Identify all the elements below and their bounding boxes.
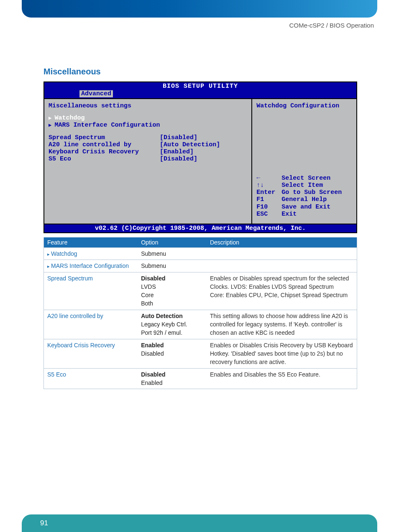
bios-help-action: Exit: [281, 211, 297, 218]
bios-submenu-label: Watchdog: [54, 115, 84, 122]
option-value: Both: [141, 299, 203, 308]
cell-description: Enables and Disables the S5 Eco Feature.: [207, 368, 357, 389]
bios-setting-row[interactable]: Spread Spectrum[Disabled]: [49, 134, 247, 141]
cell-description: [207, 248, 357, 260]
cell-description: [207, 260, 357, 272]
bios-title: BIOS SETUP UTILITY: [44, 82, 356, 90]
bios-help-key: ↑↓: [256, 182, 281, 189]
cell-feature: S5 Eco: [44, 368, 138, 389]
bios-help-row: F1General Help: [256, 196, 352, 203]
feature-link[interactable]: Watchdog: [51, 250, 77, 257]
table-row: ▸WatchdogSubmenu: [44, 248, 357, 260]
bios-help-row: ↑↓Select Item: [256, 182, 352, 189]
option-value: Disabled: [141, 274, 203, 283]
cell-option: Auto DetectionLegacy Keyb Ctrl.Port 92h …: [138, 310, 207, 339]
table-row: A20 line controlled byAuto DetectionLega…: [44, 310, 357, 339]
cell-feature: ▸MARS Interface Configuration: [44, 260, 138, 272]
feature-link[interactable]: S5 Eco: [47, 371, 66, 378]
table-header-row: Feature Option Description: [44, 237, 357, 248]
option-value: Disabled: [141, 349, 203, 358]
bios-setting-label: Spread Spectrum: [49, 134, 160, 141]
bios-setting-label: S5 Eco: [49, 155, 160, 163]
bios-help-key: F10: [256, 204, 281, 211]
bios-setting-label: A20 line controlled by: [49, 141, 160, 148]
cell-feature: ▸Watchdog: [44, 248, 138, 260]
bios-help-row: ESCExit: [256, 211, 352, 218]
option-value: LVDS: [141, 283, 203, 291]
bios-body: Miscellaneous settings ▶ Watchdog▶ MARS …: [44, 98, 356, 224]
description-line: Core: Enables CPU, PCIe, Chipset Spread …: [210, 291, 353, 299]
cell-option: Submenu: [138, 260, 207, 272]
top-banner: [22, 0, 377, 18]
bios-screenshot: BIOS SETUP UTILITY Advanced Miscellaneou…: [43, 81, 357, 233]
bios-footer: v02.62 (C)Copyright 1985-2008, American …: [44, 224, 356, 232]
feature-link[interactable]: A20 line controlled by: [47, 313, 103, 319]
bios-help-row: ←Select Screen: [256, 175, 352, 182]
bios-submenu-item[interactable]: ▶ MARS Interface Configuration: [49, 122, 247, 129]
bios-submenu-list: ▶ Watchdog▶ MARS Interface Configuration: [49, 115, 247, 129]
bios-right-heading: Watchdog Configuration: [256, 102, 352, 109]
cell-option: DisabledEnabled: [138, 368, 207, 389]
cell-option: EnabledDisabled: [138, 339, 207, 368]
feature-link[interactable]: Keyboard Crisis Recovery: [47, 342, 115, 349]
cell-option: Submenu: [138, 248, 207, 260]
bios-tabrow: Advanced: [44, 90, 356, 98]
th-option: Option: [138, 237, 207, 248]
bios-settings-list: Spread Spectrum[Disabled]A20 line contro…: [49, 134, 247, 163]
th-feature: Feature: [44, 237, 138, 248]
bios-setting-row[interactable]: A20 line controlled by[Auto Detection]: [49, 141, 247, 148]
cell-feature: A20 line controlled by: [44, 310, 138, 339]
description-line: This setting allows to choose how addres…: [210, 312, 353, 337]
bios-help-action: General Help: [281, 196, 327, 203]
page-number: 91: [40, 519, 48, 527]
cell-description: Enables or Disables Crisis Recovery by U…: [207, 339, 357, 368]
section-title: Miscellaneous: [43, 67, 357, 76]
option-value: Enabled: [141, 379, 203, 387]
option-value: Core: [141, 291, 203, 299]
bios-setting-value: [Disabled]: [160, 155, 197, 163]
feature-link[interactable]: MARS Interface Configuration: [51, 262, 129, 269]
bios-tab-advanced[interactable]: Advanced: [79, 90, 113, 97]
bios-help-key: F1: [256, 196, 281, 203]
triangle-right-icon: ▶: [49, 115, 54, 121]
caret-right-icon: ▸: [47, 264, 50, 269]
option-value: Legacy Keyb Ctrl.: [141, 320, 203, 328]
bios-setting-row[interactable]: S5 Eco[Disabled]: [49, 155, 247, 163]
bios-help-key: Enter: [256, 189, 281, 196]
table-row: ▸MARS Interface ConfigurationSubmenu: [44, 260, 357, 272]
cell-option: DisabledLVDSCoreBoth: [138, 272, 207, 310]
breadcrumb: COMe-cSP2 / BIOS Operation: [289, 22, 374, 29]
option-value: Auto Detection: [141, 312, 203, 320]
bios-help-action: Select Screen: [281, 175, 330, 182]
bios-help-action: Select Item: [281, 182, 323, 189]
option-value: Submenu: [141, 262, 203, 270]
cell-description: This setting allows to choose how addres…: [207, 310, 357, 339]
bios-setting-value: [Auto Detection]: [160, 141, 220, 148]
bios-help-key: ESC: [256, 211, 281, 218]
cell-feature: Keyboard Crisis Recovery: [44, 339, 138, 368]
page-content: Miscellaneous BIOS SETUP UTILITY Advance…: [43, 67, 357, 389]
cell-description: Enables or Disables spread spectrum for …: [207, 272, 357, 310]
bios-setting-value: [Enabled]: [160, 148, 194, 155]
triangle-right-icon: ▶: [49, 122, 54, 128]
feature-link[interactable]: Spread Spectrum: [47, 275, 93, 282]
table-row: S5 EcoDisabledEnabledEnables and Disable…: [44, 368, 357, 389]
description-line: Enables or Disables spread spectrum for …: [210, 274, 353, 291]
bios-setting-label: Keyboard Crisis Recovery: [49, 148, 160, 155]
bios-help-row: F10Save and Exit: [256, 204, 352, 211]
description-line: Enables or Disables Crisis Recovery by U…: [210, 341, 353, 367]
th-description: Description: [207, 237, 357, 248]
bios-submenu-item[interactable]: ▶ Watchdog: [49, 115, 247, 122]
bios-left-heading: Miscellaneous settings: [49, 102, 247, 109]
option-value: Port 92h / emul.: [141, 328, 203, 337]
bios-left-pane: Miscellaneous settings ▶ Watchdog▶ MARS …: [44, 99, 252, 224]
bios-help-key: ←: [256, 175, 281, 182]
bios-help: ←Select Screen↑↓Select ItemEnterGo to Su…: [256, 175, 352, 218]
page-footer: 91: [22, 514, 377, 532]
bios-help-action: Go to Sub Screen: [281, 189, 342, 196]
option-value: Disabled: [141, 370, 203, 379]
bios-setting-value: [Disabled]: [160, 134, 197, 141]
bios-help-action: Save and Exit: [281, 204, 330, 211]
description-line: Enables and Disables the S5 Eco Feature.: [210, 370, 353, 379]
bios-setting-row[interactable]: Keyboard Crisis Recovery[Enabled]: [49, 148, 247, 155]
